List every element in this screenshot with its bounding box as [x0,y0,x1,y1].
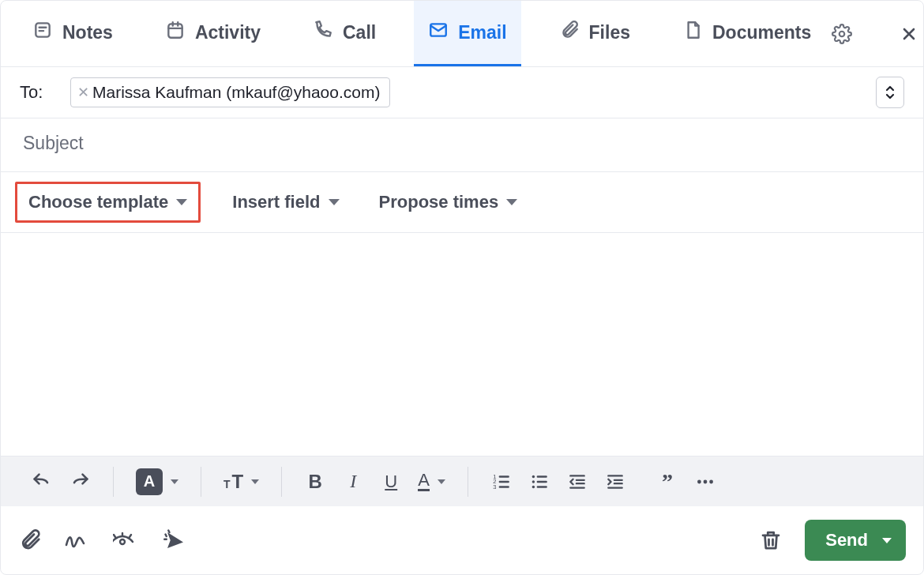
svg-point-11 [704,479,708,483]
numbered-list-button[interactable]: 123 [486,466,517,498]
svg-rect-1 [168,24,182,37]
quote-button[interactable]: ” [652,466,683,498]
caret-down-icon [882,538,892,543]
compose-options-bar: Choose template Insert field Propose tim… [1,172,923,233]
send-button[interactable]: Send [805,520,906,561]
tab-label: Email [458,22,506,43]
smart-send-button[interactable] [162,528,189,552]
tab-label: Call [343,22,376,43]
text-color-icon: A [418,472,430,491]
font-size-dropdown[interactable]: TT [219,466,264,498]
format-toolbar: A TT B I U A 123 [1,456,923,506]
svg-point-12 [709,479,713,483]
attach-button[interactable] [18,528,42,552]
tab-notes[interactable]: Notes [18,1,127,66]
choose-template-label: Choose template [28,192,168,212]
svg-text:3: 3 [493,483,496,490]
tab-bar: Notes Activity Call Email Files [1,1,923,67]
caret-down-icon [176,199,187,205]
to-row: To: ✕ Marissa Kaufman (mkauf@yhaoo.com) [1,67,923,118]
caret-down-icon [171,479,178,484]
tab-documents[interactable]: Documents [668,1,825,66]
remove-recipient-icon[interactable]: ✕ [77,85,89,100]
tab-call[interactable]: Call [299,1,390,66]
redo-button[interactable] [64,466,96,498]
undo-button[interactable] [26,466,58,498]
notes-icon [32,20,53,45]
text-color-dropdown[interactable]: A [413,466,450,498]
signature-button[interactable] [64,528,91,552]
send-label: Send [825,530,868,551]
recipient-text: Marissa Kaufman (mkauf@yhaoo.com) [92,83,380,102]
bullet-list-button[interactable] [524,466,555,498]
email-icon [428,20,449,45]
italic-button[interactable]: I [337,466,369,498]
subject-row [1,118,923,172]
email-compose-panel: Notes Activity Call Email Files [0,0,924,575]
paperclip-icon [559,20,580,45]
recipient-chip[interactable]: ✕ Marissa Kaufman (mkauf@yhaoo.com) [70,77,390,107]
subject-input[interactable] [23,133,901,154]
calendar-icon [165,20,186,45]
insert-field-label: Insert field [232,192,320,212]
to-label: To: [20,82,54,103]
svg-point-10 [697,479,701,483]
font-size-icon: TT [223,471,243,493]
outdent-button[interactable] [562,466,593,498]
caret-down-icon [506,199,517,205]
tab-email[interactable]: Email [414,1,520,66]
tab-label: Notes [62,22,113,43]
expand-recipients-button[interactable] [876,77,904,108]
document-icon [682,20,703,45]
tab-label: Documents [712,22,811,43]
caret-down-icon [251,479,259,484]
insert-field-dropdown[interactable]: Insert field [224,184,347,220]
tab-label: Files [589,22,630,43]
bold-button[interactable]: B [299,466,331,498]
svg-point-8 [532,480,535,483]
phone-icon [313,20,333,45]
propose-times-dropdown[interactable]: Propose times [371,184,526,220]
bottom-action-bar: Send [1,506,923,574]
caret-down-icon [438,479,445,484]
choose-template-dropdown[interactable]: Choose template [15,182,201,223]
tab-files[interactable]: Files [545,1,644,66]
font-style-dropdown[interactable]: A [131,466,183,498]
svg-point-7 [532,475,535,477]
close-icon[interactable] [900,24,918,43]
tab-label: Activity [195,22,261,43]
svg-point-13 [120,539,125,544]
indent-button[interactable] [599,466,631,498]
svg-point-9 [532,485,535,487]
gear-icon[interactable] [832,24,852,44]
more-format-button[interactable] [689,466,721,498]
tab-activity[interactable]: Activity [151,1,275,66]
svg-point-3 [839,31,845,36]
underline-button[interactable]: U [375,466,407,498]
propose-times-label: Propose times [379,192,499,212]
visibility-button[interactable] [113,528,140,552]
email-body-editor[interactable] [1,233,923,456]
delete-button[interactable] [759,528,783,552]
caret-down-icon [329,199,340,205]
font-icon: A [136,468,163,495]
